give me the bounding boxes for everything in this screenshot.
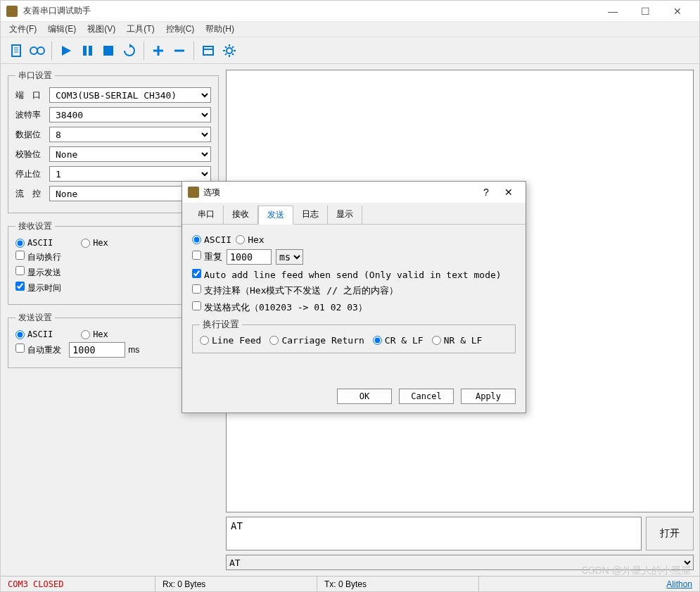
recv-ascii-radio[interactable]: ASCII bbox=[15, 238, 53, 248]
menu-help[interactable]: 帮助(H) bbox=[201, 22, 238, 37]
dialog-help-button[interactable]: ? bbox=[475, 187, 497, 198]
tab-display[interactable]: 显示 bbox=[328, 206, 362, 224]
baud-select[interactable]: 38400 bbox=[49, 107, 211, 122]
dialog-title: 选项 bbox=[203, 187, 475, 199]
send-textarea[interactable]: AT bbox=[226, 517, 642, 550]
play-icon[interactable] bbox=[56, 41, 76, 61]
linefeed-legend: 换行设置 bbox=[200, 318, 242, 331]
options-dialog: 选项 ? ✕ 串口 接收 发送 日志 显示 ASCII Hex 重复 ms Au… bbox=[182, 181, 526, 413]
data-label: 数据位 bbox=[15, 129, 44, 141]
port-select[interactable]: COM3(USB-SERIAL CH340) bbox=[49, 87, 211, 103]
titlebar: 友善串口调试助手 — ☐ ✕ bbox=[1, 1, 699, 22]
svg-line-22 bbox=[232, 53, 234, 55]
cancel-button[interactable]: Cancel bbox=[399, 389, 454, 404]
lf-option-crlf[interactable]: CR & LF bbox=[373, 335, 424, 346]
log-icon[interactable] bbox=[27, 41, 47, 61]
repeat-interval-input[interactable] bbox=[69, 342, 125, 358]
ok-button[interactable]: OK bbox=[337, 389, 392, 404]
minus-icon[interactable] bbox=[170, 41, 189, 61]
window-title: 友善串口调试助手 bbox=[23, 5, 597, 17]
lf-option-nrlf[interactable]: NR & LF bbox=[432, 335, 483, 346]
recv-legend: 接收设置 bbox=[15, 220, 55, 232]
statusbar: COM3 CLOSED Rx: 0 Bytes Tx: 0 Bytes Alit… bbox=[1, 576, 699, 591]
svg-marker-10 bbox=[129, 44, 132, 48]
send-legend: 发送设置 bbox=[15, 312, 55, 324]
menu-edit[interactable]: 编辑(E) bbox=[44, 22, 80, 37]
svg-point-4 bbox=[30, 47, 37, 54]
lf-option-cr[interactable]: Carriage Return bbox=[269, 335, 364, 346]
status-rx: Rx: 0 Bytes bbox=[155, 577, 317, 591]
stopbits-select[interactable]: 1 bbox=[49, 166, 211, 182]
auto-repeat-check[interactable]: 自动重发 bbox=[15, 344, 61, 356]
gear-icon[interactable] bbox=[219, 41, 239, 61]
svg-point-16 bbox=[227, 48, 232, 53]
recv-hex-radio[interactable]: Hex bbox=[81, 238, 108, 248]
status-link[interactable]: Alithon bbox=[666, 579, 699, 589]
baud-label: 波特率 bbox=[15, 109, 44, 121]
minimize-button[interactable]: — bbox=[597, 1, 629, 22]
menu-tools[interactable]: 工具(T) bbox=[122, 22, 158, 37]
send-hex-radio[interactable]: Hex bbox=[81, 329, 108, 339]
dialog-titlebar: 选项 ? ✕ bbox=[182, 182, 526, 203]
tab-log[interactable]: 日志 bbox=[293, 206, 328, 224]
svg-rect-9 bbox=[103, 46, 113, 56]
linefeed-group: 换行设置 Line Feed Carriage Return CR & LF N… bbox=[192, 318, 516, 353]
dlg-repeat-unit[interactable]: ms bbox=[276, 249, 303, 265]
parity-select[interactable]: None bbox=[49, 146, 211, 162]
auto-wrap-check[interactable]: 自动换行 bbox=[15, 251, 61, 263]
dialog-body: ASCII Hex 重复 ms Auto add line feed when … bbox=[182, 225, 526, 366]
repeat-unit: ms bbox=[128, 345, 139, 355]
svg-rect-0 bbox=[12, 45, 20, 56]
dialog-close-button[interactable]: ✕ bbox=[497, 187, 520, 198]
tab-serial[interactable]: 串口 bbox=[189, 206, 224, 224]
dlg-hex-radio[interactable]: Hex bbox=[236, 234, 264, 245]
svg-rect-14 bbox=[203, 46, 213, 55]
tab-recv[interactable]: 接收 bbox=[224, 206, 258, 224]
parity-label: 校验位 bbox=[15, 149, 44, 160]
window-icon[interactable] bbox=[198, 41, 218, 61]
dialog-icon bbox=[188, 187, 199, 198]
refresh-icon[interactable] bbox=[120, 41, 139, 61]
flow-label: 流 控 bbox=[15, 188, 44, 200]
serial-legend: 串口设置 bbox=[15, 70, 55, 82]
apply-button[interactable]: Apply bbox=[461, 389, 516, 404]
dlg-repeat-input[interactable] bbox=[227, 249, 272, 265]
tab-send[interactable]: 发送 bbox=[258, 206, 293, 225]
lf-option-lf[interactable]: Line Feed bbox=[200, 335, 261, 346]
svg-marker-6 bbox=[62, 46, 71, 56]
dlg-comment-check[interactable]: 支持注释（Hex模式下不发送 // 之后的内容） bbox=[192, 284, 398, 297]
send-history-select[interactable]: AT bbox=[226, 555, 694, 570]
menu-view[interactable]: 视图(V) bbox=[83, 22, 120, 37]
maximize-button[interactable]: ☐ bbox=[629, 1, 661, 22]
svg-rect-8 bbox=[89, 46, 92, 56]
toolbar bbox=[1, 37, 699, 64]
svg-line-24 bbox=[232, 46, 234, 48]
dlg-auto-lf-check[interactable]: Auto add line feed when send (Only valid… bbox=[192, 269, 502, 280]
dlg-format-check[interactable]: 发送格式化（010203 -> 01 02 03） bbox=[192, 301, 367, 314]
show-time-check[interactable]: 显示时间 bbox=[15, 282, 61, 294]
menubar: 文件(F) 编辑(E) 视图(V) 工具(T) 控制(C) 帮助(H) bbox=[1, 22, 699, 37]
svg-line-21 bbox=[225, 46, 227, 48]
dlg-ascii-radio[interactable]: ASCII bbox=[192, 234, 231, 245]
dlg-repeat-check[interactable]: 重复 bbox=[192, 251, 222, 263]
svg-rect-7 bbox=[83, 46, 87, 56]
svg-point-5 bbox=[37, 47, 44, 54]
show-send-check[interactable]: 显示发送 bbox=[15, 266, 61, 279]
main-window: 友善串口调试助手 — ☐ ✕ 文件(F) 编辑(E) 视图(V) 工具(T) 控… bbox=[0, 0, 700, 592]
plus-icon[interactable] bbox=[148, 41, 168, 61]
new-doc-icon[interactable] bbox=[6, 41, 26, 61]
stop-label: 停止位 bbox=[15, 168, 44, 180]
close-button[interactable]: ✕ bbox=[661, 1, 694, 22]
send-ascii-radio[interactable]: ASCII bbox=[15, 329, 53, 339]
databits-select[interactable]: 8 bbox=[49, 127, 211, 142]
app-icon bbox=[6, 6, 18, 17]
dialog-tabs: 串口 接收 发送 日志 显示 bbox=[182, 203, 526, 225]
status-com: COM3 CLOSED bbox=[1, 577, 155, 591]
stop-icon[interactable] bbox=[98, 41, 118, 61]
pause-icon[interactable] bbox=[77, 41, 97, 61]
menu-file[interactable]: 文件(F) bbox=[5, 22, 41, 37]
status-tx: Tx: 0 Bytes bbox=[317, 577, 479, 591]
open-button[interactable]: 打开 bbox=[646, 517, 694, 550]
port-label: 端 口 bbox=[15, 89, 44, 101]
menu-control[interactable]: 控制(C) bbox=[162, 22, 199, 37]
